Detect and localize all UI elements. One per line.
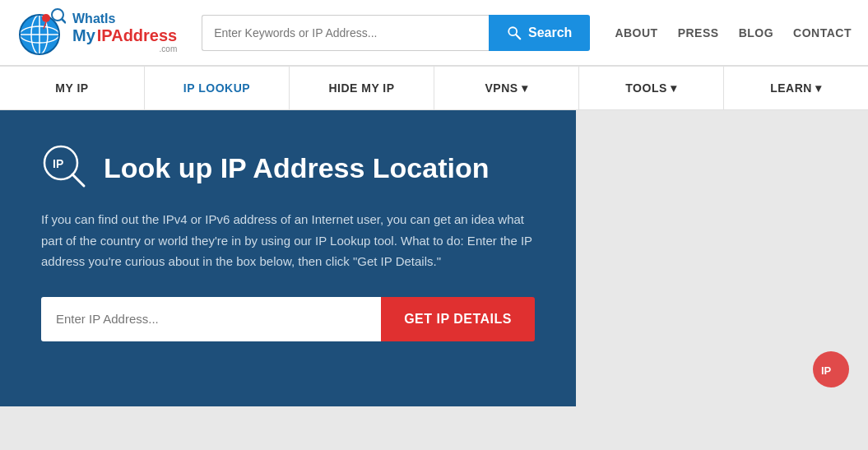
svg-line-11 [516, 35, 520, 39]
search-button-label: Search [528, 26, 572, 40]
hero-title: Look up IP Address Location [104, 152, 490, 184]
hero-description: If you can find out the IPv4 or IPv6 add… [41, 209, 535, 272]
search-area: Search [202, 15, 590, 51]
logo-ipaddress: IPAddress [97, 26, 177, 44]
navbar: MY IP IP LOOKUP HIDE MY IP VPNS ▾ TOOLS … [0, 66, 868, 110]
logo-dotcom: .com [72, 44, 177, 53]
ip-address-input[interactable] [41, 297, 381, 341]
search-button[interactable]: Search [489, 15, 590, 51]
svg-line-9 [62, 19, 66, 23]
navbar-item-hidemyip[interactable]: HIDE MY IP [290, 67, 434, 109]
nav-contact[interactable]: CONTACT [793, 26, 852, 39]
get-ip-details-button[interactable]: GET IP DETAILS [381, 297, 535, 341]
svg-line-14 [72, 174, 84, 186]
search-input[interactable] [202, 15, 489, 51]
hero-section: IP Look up IP Address Location If you ca… [0, 110, 576, 406]
svg-point-8 [52, 9, 63, 21]
svg-text:IP: IP [53, 157, 63, 170]
navbar-item-tools[interactable]: TOOLS ▾ [579, 67, 724, 109]
navbar-item-vpns[interactable]: VPNS ▾ [434, 67, 579, 109]
logo-globe-icon [16, 8, 66, 58]
logo-myip: My [72, 26, 95, 44]
nav-press[interactable]: PRESS [678, 26, 719, 39]
svg-point-6 [42, 14, 50, 22]
logo-area: WhatIs My IPAddress .com [16, 8, 177, 58]
navbar-item-myip[interactable]: MY IP [0, 67, 145, 109]
nav-blog[interactable]: BLOG [739, 26, 773, 39]
svg-text:IP: IP [821, 364, 832, 377]
top-nav: ABOUT PRESS BLOG CONTACT [615, 26, 852, 39]
ip-form: GET IP DETAILS [41, 297, 535, 341]
sidebar-decorative-icon: IP [810, 349, 852, 390]
navbar-item-iplookup[interactable]: IP LOOKUP [145, 67, 290, 109]
nav-about[interactable]: ABOUT [615, 26, 657, 39]
sidebar: IP [576, 110, 868, 406]
main-content: IP Look up IP Address Location If you ca… [0, 110, 868, 406]
search-icon [507, 26, 522, 40]
navbar-item-learn[interactable]: LEARN ▾ [724, 67, 868, 109]
logo-whatis: WhatIs [72, 12, 177, 26]
header: WhatIs My IPAddress .com Search ABOUT PR… [0, 0, 868, 66]
hero-title-row: IP Look up IP Address Location [41, 143, 535, 193]
ip-lookup-icon: IP [41, 143, 91, 193]
logo-text: WhatIs My IPAddress .com [72, 12, 177, 53]
